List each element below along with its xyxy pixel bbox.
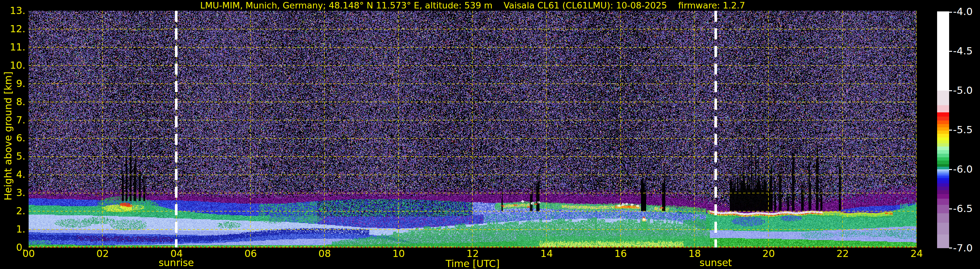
y-tick-label: 12. [3, 24, 25, 34]
colorbar-segment [937, 170, 949, 171]
colorbar-segment [937, 120, 949, 124]
colorbar-tick [949, 208, 952, 210]
colorbar-tick [949, 248, 952, 248]
colorbar-tick-label: -5.0 [953, 85, 973, 95]
colorbar-segment [937, 150, 949, 154]
colorbar-tick-label: -5.5 [953, 125, 973, 135]
y-tick-label: 5. [3, 151, 25, 161]
y-tick-label: 3. [3, 188, 25, 198]
colorbar-segment [937, 137, 949, 140]
colorbar-segment [937, 171, 949, 173]
x-tick-label: 08 [310, 249, 339, 259]
colorbar-segment [937, 160, 949, 164]
y-tick-label: 8. [3, 97, 25, 107]
y-tick-label: 6. [3, 133, 25, 143]
colorbar-segment [937, 183, 949, 187]
colorbar-segment [937, 194, 949, 199]
annotation-sunrise: sunrise [140, 258, 212, 268]
colorbar-segment [937, 105, 949, 112]
colorbar-segment [937, 176, 949, 178]
y-tick-label: 2. [3, 206, 25, 216]
y-tick-label: 10. [3, 61, 25, 70]
colorbar-tick-label: -6.5 [953, 203, 973, 214]
colorbar-segment [937, 134, 949, 138]
y-tick-label: 11. [3, 42, 25, 52]
y-tick-label: 9. [3, 79, 25, 88]
x-tick-label: 20 [754, 249, 783, 259]
backscatter-heatmap [29, 11, 916, 248]
x-tick-label: 06 [236, 249, 265, 259]
colorbar-segment [937, 124, 949, 127]
colorbar-tick-label: -4.0 [953, 6, 973, 17]
y-tick-label: 1. [3, 224, 25, 234]
colorbar-segment [937, 146, 949, 150]
figure-title: LMU-MIM, Munich, Germany; 48.148° N 11.5… [29, 0, 916, 10]
colorbar-tick [949, 90, 952, 91]
x-tick-label: 12 [458, 249, 487, 259]
colorbar-segment [937, 112, 949, 117]
colorbar-segment [937, 205, 949, 213]
colorbar-tick [949, 12, 952, 13]
colorbar-segment [937, 154, 949, 157]
colorbar-segment [937, 140, 949, 143]
colorbar-segment [937, 180, 949, 183]
colorbar-tick-label: -4.5 [953, 46, 973, 56]
y-tick-label: 7. [3, 115, 25, 125]
colorbar-segment [937, 223, 949, 234]
colorbar-segment [937, 167, 949, 169]
colorbar-segment [937, 173, 949, 175]
colorbar-segment [937, 11, 949, 91]
x-tick-label: 14 [532, 249, 562, 259]
colorbar-segment [937, 90, 949, 105]
colorbar-segment [937, 143, 949, 147]
x-tick-label: 10 [384, 249, 413, 259]
colorbar-tick [949, 169, 952, 170]
x-tick-label: 24 [902, 249, 931, 259]
colorbar-segment [937, 116, 949, 120]
colorbar-tick [949, 51, 952, 52]
colorbar-segment [937, 187, 949, 190]
colorbar [937, 12, 949, 248]
colorbar-segment [937, 175, 949, 176]
y-tick-label: 4. [3, 170, 25, 179]
colorbar-tick-label: -6.0 [953, 164, 973, 174]
x-tick-label: 00 [14, 249, 43, 259]
colorbar-segment [937, 190, 949, 194]
colorbar-segment [937, 234, 949, 248]
x-axis-label: Time [UTC] [421, 258, 525, 269]
annotation-sunset: sunset [680, 258, 751, 268]
colorbar-segment [937, 131, 949, 134]
x-tick-label: 22 [828, 249, 857, 259]
colorbar-segment [937, 213, 949, 223]
colorbar-tick-label: -7.0 [953, 243, 973, 253]
x-tick-label: 02 [88, 249, 117, 259]
x-tick-label: 16 [606, 249, 635, 259]
colorbar-segment [937, 164, 949, 167]
colorbar-segment [937, 199, 949, 205]
ceilometer-quicklook-figure: LMU-MIM, Munich, Germany; 48.148° N 11.5… [0, 0, 980, 269]
colorbar-segment [937, 127, 949, 131]
colorbar-tick [949, 130, 952, 131]
colorbar-segment [937, 178, 949, 181]
colorbar-segment [937, 157, 949, 160]
y-tick-label: 13. [3, 6, 25, 16]
